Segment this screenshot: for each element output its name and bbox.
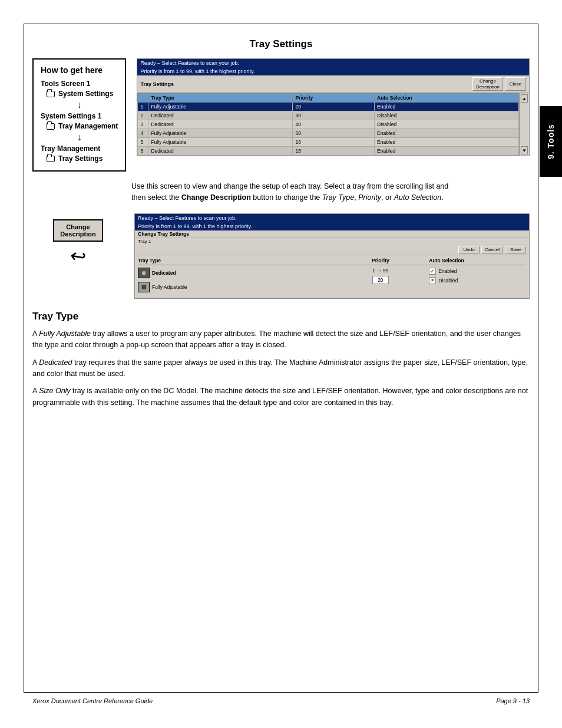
side-tab: 9. Tools bbox=[540, 106, 562, 177]
step-system-settings: System Settings bbox=[41, 90, 118, 98]
change-description-button-ts1[interactable]: ChangeDescription bbox=[472, 77, 503, 91]
ts2-priority-range: 1 → 99 bbox=[332, 268, 429, 274]
step-tray-settings-label: Tray Settings bbox=[58, 154, 103, 163]
description-text: Use this screen to view and change the s… bbox=[131, 181, 461, 204]
ts2-auto-enabled-row[interactable]: Enabled bbox=[429, 268, 526, 275]
footer: Xerox Document Centre Reference Guide Pa… bbox=[32, 697, 530, 704]
folder-icon-2 bbox=[47, 123, 55, 130]
row5-auto: Enabled bbox=[375, 138, 519, 147]
ts2-tray-fully-adjustable[interactable]: ⬛ Fully Adjustable bbox=[138, 282, 332, 292]
row2-type: Dedicated bbox=[148, 111, 293, 120]
row4-priority: 50 bbox=[293, 129, 375, 138]
table-row[interactable]: 3 Dedicated 40 Disabled bbox=[138, 120, 519, 129]
ts1-subheader: Priority is from 1 to 99, with 1 the hig… bbox=[137, 67, 529, 75]
scroll-up-arrow[interactable]: ▲ bbox=[521, 94, 528, 103]
ts2-priority-header: Priority bbox=[332, 258, 429, 265]
change-description-visual-button[interactable]: Change Description bbox=[53, 219, 103, 242]
step-system-settings-1: System Settings 1 bbox=[41, 112, 118, 120]
folder-icon-3 bbox=[47, 156, 55, 162]
ts2-priority-col: Priority 1 → 99 20 bbox=[332, 258, 429, 296]
page-border-bottom bbox=[24, 692, 538, 693]
tray-type-para-3: A Size Only tray is available only on th… bbox=[32, 386, 530, 409]
ts2-tray-type-col: Tray Type ▦ Dedicated ⬛ Fully Adjustable bbox=[138, 258, 332, 296]
step-tools-screen-1: Tools Screen 1 bbox=[41, 80, 118, 88]
tray-type-section: Tray Type A Fully Adjustable tray allows… bbox=[32, 311, 530, 409]
ts1-col-num bbox=[138, 94, 148, 103]
folder-icon-1 bbox=[47, 91, 55, 97]
row4-type: Fully Adjustable bbox=[148, 129, 293, 138]
ts2-header: Ready – Select Features to scan your job… bbox=[135, 214, 529, 222]
ts2-subheader: Priority is from 1 to 99, with 1 the hig… bbox=[135, 222, 529, 230]
step-tray-settings: Tray Settings bbox=[41, 154, 118, 163]
auto-enabled-label: Enabled bbox=[438, 268, 457, 274]
ts1-toolbar: Tray Settings ChangeDescription Close bbox=[137, 75, 529, 93]
step-tray-management-label: Tray Management bbox=[58, 122, 118, 130]
table-row[interactable]: 6 Dedicated 15 Enabled bbox=[138, 147, 519, 156]
row2-auto: Disabled bbox=[375, 111, 519, 120]
arrow-2: ↓ bbox=[41, 132, 118, 143]
table-row[interactable]: 4 Fully Adjustable 50 Enabled bbox=[138, 129, 519, 138]
tray-type-content: A Fully Adjustable tray allows a user to… bbox=[32, 328, 530, 409]
row3-type: Dedicated bbox=[148, 120, 293, 129]
ts1-col-type: Tray Type bbox=[148, 94, 293, 103]
ts1-toolbar-buttons: ChangeDescription Close bbox=[472, 77, 526, 91]
row6-priority: 15 bbox=[293, 147, 375, 156]
change-desc-line2: Description bbox=[60, 230, 96, 238]
ts2-tray-dedicated[interactable]: ▦ Dedicated bbox=[138, 268, 332, 278]
ts1-col-priority: Priority bbox=[293, 94, 375, 103]
ts2-auto-disabled-row[interactable]: Disabled bbox=[429, 277, 526, 284]
row6-type: Dedicated bbox=[148, 147, 293, 156]
ts1-table-wrap: Tray Type Priority Auto Selection 1 Full… bbox=[137, 93, 529, 156]
main-content: Tray Settings How to get here Tools Scre… bbox=[32, 32, 530, 687]
scroll-down-arrow[interactable]: ▼ bbox=[521, 146, 528, 154]
tray-type-para-2: A Dedicated tray requires that the same … bbox=[32, 357, 530, 380]
ts2-auto-header: Auto Selection bbox=[429, 258, 526, 265]
row6-num: 6 bbox=[138, 147, 148, 156]
auto-disabled-label: Disabled bbox=[438, 278, 458, 284]
row4-num: 4 bbox=[138, 129, 148, 138]
row2-priority: 30 bbox=[293, 111, 375, 120]
tray-screenshot-2: Ready – Select Features to scan your job… bbox=[134, 213, 530, 299]
table-row[interactable]: 2 Dedicated 30 Disabled bbox=[138, 111, 519, 120]
row1-auto: Enabled bbox=[375, 103, 519, 111]
priority-input[interactable]: 20 bbox=[372, 276, 389, 284]
table-row[interactable]: 5 Fully Adjustable 16 Enabled bbox=[138, 138, 519, 147]
row2-num: 2 bbox=[138, 111, 148, 120]
step-tray-management: Tray Management bbox=[41, 122, 118, 130]
top-layout: How to get here Tools Screen 1 System Se… bbox=[32, 58, 530, 172]
page-border-top bbox=[24, 24, 538, 24]
row5-num: 5 bbox=[138, 138, 148, 147]
row1-type: Fully Adjustable bbox=[148, 103, 293, 111]
footer-right: Page 9 - 13 bbox=[496, 697, 530, 704]
close-button-ts1[interactable]: Close bbox=[505, 77, 526, 91]
save-button-ts2[interactable]: Save bbox=[505, 246, 526, 253]
ts2-toolbar: Undo Cancel Save bbox=[135, 245, 529, 255]
tray-screenshot-1: Ready – Select Features to scan your job… bbox=[137, 58, 530, 156]
auto-disabled-checkbox[interactable] bbox=[429, 277, 436, 284]
row3-priority: 40 bbox=[293, 120, 375, 129]
fully-adjustable-tray-icon: ⬛ bbox=[138, 282, 150, 292]
footer-left: Xerox Document Centre Reference Guide bbox=[32, 697, 153, 704]
fully-adjustable-label: Fully Adjustable bbox=[152, 284, 187, 290]
cancel-button-ts2[interactable]: Cancel bbox=[481, 246, 503, 253]
step-system-settings-label: System Settings bbox=[58, 90, 113, 98]
ts2-toolbar-label2: Tray 1 bbox=[135, 238, 529, 245]
step-tray-management-bold: Tray Management bbox=[41, 144, 118, 153]
row6-auto: Enabled bbox=[375, 147, 519, 156]
change-desc-button-area: Change Description ↪ bbox=[32, 213, 124, 268]
ts2-auto-selection-col: Auto Selection Enabled Disabled bbox=[429, 258, 526, 296]
dedicated-label: Dedicated bbox=[152, 270, 176, 276]
ts1-table: Tray Type Priority Auto Selection 1 Full… bbox=[137, 93, 519, 156]
row4-auto: Enabled bbox=[375, 129, 519, 138]
table-row[interactable]: 1 Fully Adjustable 20 Enabled bbox=[138, 103, 519, 111]
how-to-box: How to get here Tools Screen 1 System Se… bbox=[32, 58, 126, 172]
row3-auto: Disabled bbox=[375, 120, 519, 129]
auto-enabled-checkbox[interactable] bbox=[429, 268, 436, 275]
ts2-content: Tray Type ▦ Dedicated ⬛ Fully Adjustable… bbox=[135, 255, 529, 298]
ts2-toolbar-label1: Change Tray Settings bbox=[135, 230, 529, 238]
page-border-left bbox=[24, 24, 24, 693]
curved-arrow-icon: ↪ bbox=[68, 244, 88, 269]
row1-num: 1 bbox=[138, 103, 148, 111]
undo-button-ts2[interactable]: Undo bbox=[458, 246, 480, 253]
ts1-col-auto: Auto Selection bbox=[375, 94, 519, 103]
